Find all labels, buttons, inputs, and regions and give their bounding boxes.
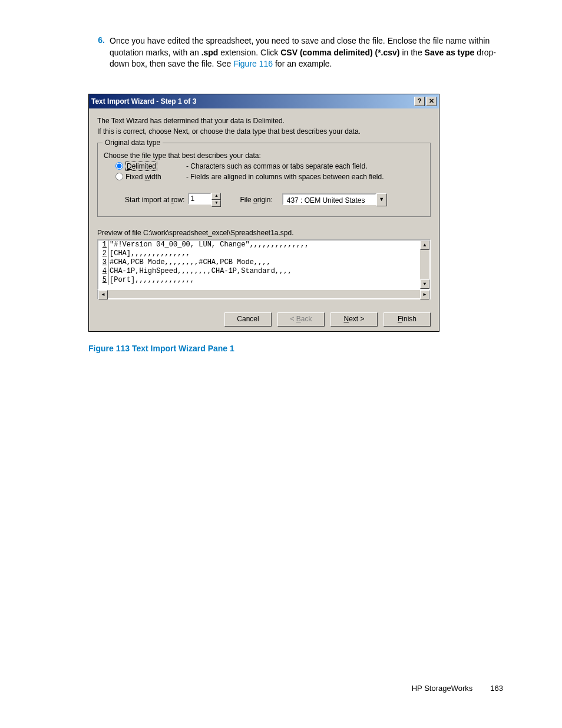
fixed-width-label: Fixed width xyxy=(125,173,161,181)
combobox-dropdown-button[interactable]: ▼ xyxy=(376,193,387,206)
label-text: Start import at xyxy=(125,196,171,204)
underline-char: N xyxy=(343,315,349,323)
fixed-width-radio-group[interactable]: Fixed width xyxy=(104,173,186,181)
figure-caption: Figure 113 Text Import Wizard Pane 1 xyxy=(88,344,503,353)
label-text: File xyxy=(240,196,253,204)
preview-line: 3#CHA,PCB Mode,,,,,,,,#CHA,PCB Mode,,,, xyxy=(98,258,429,267)
step-number: 6. xyxy=(88,35,105,45)
label-text: Fixed xyxy=(125,173,145,181)
underline-char: B xyxy=(296,315,301,323)
label-text: elimited xyxy=(132,162,156,170)
figure-container: Text Import Wizard - Step 1 of 3 ? ✕ The… xyxy=(88,94,503,353)
line-number: 5 xyxy=(98,276,108,285)
back-button: < Back xyxy=(277,312,325,327)
horizontal-scrollbar[interactable]: ◄ ► xyxy=(97,290,431,299)
fieldset-legend: Original data type xyxy=(103,139,163,147)
titlebar: Text Import Wizard - Step 1 of 3 ? ✕ xyxy=(89,94,439,108)
start-row-input[interactable] xyxy=(188,193,211,205)
original-data-type-fieldset: Original data type Choose the file type … xyxy=(97,143,431,217)
label-text: inish xyxy=(402,315,416,323)
finish-button[interactable]: Finish xyxy=(384,312,431,327)
step-bold: .spd xyxy=(201,48,219,57)
dialog-body: The Text Wizard has determined that your… xyxy=(89,108,439,331)
underline-char: o xyxy=(253,196,257,204)
intro-text-1: The Text Wizard has determined that your… xyxy=(97,117,431,125)
delimited-radio-group[interactable]: Delimited xyxy=(104,162,186,170)
dialog-button-row: Cancel < Back Next > Finish xyxy=(97,312,431,327)
close-button[interactable]: ✕ xyxy=(426,97,437,106)
file-origin-value[interactable]: 437 : OEM United States xyxy=(282,193,376,205)
fieldset-prompt: Choose the file type that best describes… xyxy=(104,151,424,160)
label-text: idth xyxy=(150,173,161,181)
titlebar-buttons: ? ✕ xyxy=(414,97,437,106)
instruction-step: 6. Once you have edited the spreadsheet,… xyxy=(88,35,503,70)
scroll-down-button[interactable]: ▼ xyxy=(420,279,429,289)
fixed-width-row: Fixed width - Fields are aligned in colu… xyxy=(104,173,424,181)
step-text-frag: extension. Click xyxy=(218,48,280,57)
import-options-row: Start import at row: ▲ ▼ File origin: 43… xyxy=(125,193,424,207)
line-number: 1 xyxy=(98,241,108,249)
label-text: rigin: xyxy=(257,196,273,204)
file-origin-label: File origin: xyxy=(240,196,272,204)
line-number: 2 xyxy=(98,249,108,258)
figure-link[interactable]: Figure 116 xyxy=(233,59,273,68)
delimited-radio[interactable] xyxy=(115,162,123,170)
preview-line: 1"#!Version 04_00_00, LUN, Change",,,,,,… xyxy=(98,241,429,249)
footer-page-number: 163 xyxy=(490,684,503,693)
spinner-buttons: ▲ ▼ xyxy=(211,193,221,207)
footer-product: HP StorageWorks xyxy=(412,684,473,693)
label-text: ack xyxy=(301,315,312,323)
file-origin-combobox[interactable]: 437 : OEM United States ▼ xyxy=(282,193,387,206)
step-text: Once you have edited the spreadsheet, yo… xyxy=(110,35,503,70)
help-button[interactable]: ? xyxy=(414,97,425,106)
text-import-wizard-dialog: Text Import Wizard - Step 1 of 3 ? ✕ The… xyxy=(88,94,439,332)
label-text: < xyxy=(290,315,296,323)
fixed-width-radio[interactable] xyxy=(115,173,123,180)
preview-line: 4CHA-1P,HighSpeed,,,,,,,,CHA-1P,Standard… xyxy=(98,267,429,276)
step-text-frag: in the xyxy=(400,48,425,57)
preview-line: 5[Port],,,,,,,,,,,,,, xyxy=(98,276,429,285)
step-bold: Save as type xyxy=(425,48,475,57)
line-text: "#!Version 04_00_00, LUN, Change",,,,,,,… xyxy=(108,241,309,249)
scroll-up-button[interactable]: ▲ xyxy=(420,241,429,250)
label-text: ow: xyxy=(174,196,185,204)
next-button[interactable]: Next > xyxy=(330,312,378,327)
spinner-down[interactable]: ▼ xyxy=(211,200,221,207)
line-text: [CHA],,,,,,,,,,,,,, xyxy=(108,249,190,258)
fixed-width-description: - Fields are aligned in columns with spa… xyxy=(186,173,384,181)
vertical-scrollbar[interactable]: ▲ ▼ xyxy=(420,241,429,289)
spinner-up[interactable]: ▲ xyxy=(211,193,221,200)
delimited-label: Delimited xyxy=(125,162,157,170)
preview-line: 2[CHA],,,,,,,,,,,,,, xyxy=(98,249,429,258)
page-footer: HP StorageWorks 163 xyxy=(412,684,503,693)
line-number: 3 xyxy=(98,258,108,267)
preview-area: 1"#!Version 04_00_00, LUN, Change",,,,,,… xyxy=(97,239,431,299)
preview-box: 1"#!Version 04_00_00, LUN, Change",,,,,,… xyxy=(97,239,431,290)
label-text: ext > xyxy=(349,315,364,323)
step-text-frag: for an example. xyxy=(273,59,332,68)
line-text: CHA-1P,HighSpeed,,,,,,,,CHA-1P,Standard,… xyxy=(108,267,292,276)
line-text: [Port],,,,,,,,,,,,,, xyxy=(108,276,194,285)
delimited-row: Delimited - Characters such as commas or… xyxy=(104,162,424,170)
document-page: 6. Once you have edited the spreadsheet,… xyxy=(0,0,562,728)
preview-lines-container: 1"#!Version 04_00_00, LUN, Change",,,,,,… xyxy=(98,241,429,285)
step-bold: CSV (comma delimited) (*.csv) xyxy=(280,48,399,57)
start-row-spinner[interactable]: ▲ ▼ xyxy=(188,193,221,207)
scroll-right-button[interactable]: ► xyxy=(420,290,429,299)
line-number: 4 xyxy=(98,267,108,276)
preview-label: Preview of file C:\work\spreadsheet_exce… xyxy=(97,229,431,237)
intro-text-2: If this is correct, choose Next, or choo… xyxy=(97,127,431,136)
delimited-description: - Characters such as commas or tabs sepa… xyxy=(186,162,367,170)
line-text: #CHA,PCB Mode,,,,,,,,#CHA,PCB Mode,,,, xyxy=(108,258,271,267)
underline-char: D xyxy=(127,162,132,170)
dialog-title: Text Import Wizard - Step 1 of 3 xyxy=(91,97,196,106)
start-row-label: Start import at row: xyxy=(125,196,184,204)
scroll-left-button[interactable]: ◄ xyxy=(98,290,108,299)
cancel-button[interactable]: Cancel xyxy=(224,312,272,327)
